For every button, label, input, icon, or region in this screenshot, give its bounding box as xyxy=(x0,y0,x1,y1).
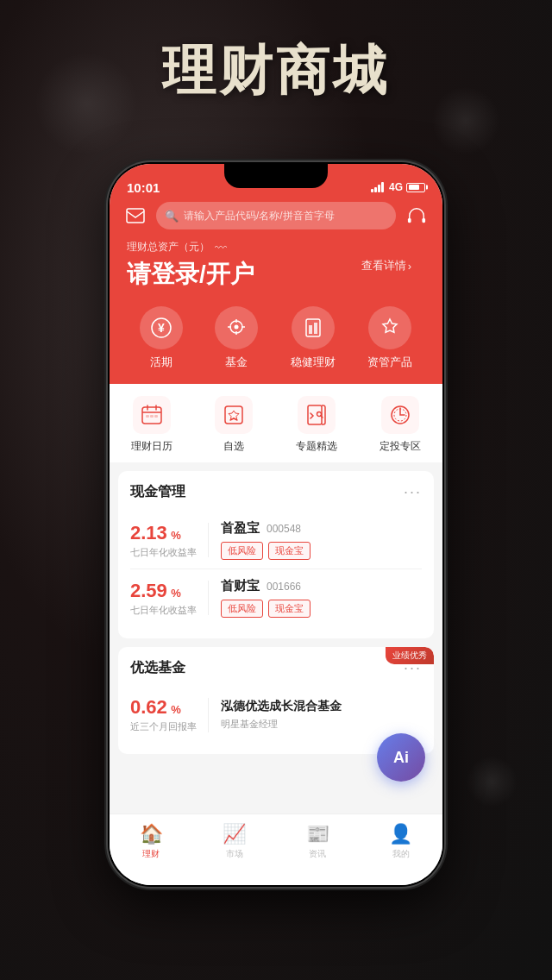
search-placeholder: 请输入产品代码/名称/拼音首字母 xyxy=(184,209,335,223)
view-detail-link[interactable]: 查看详情 › xyxy=(361,258,411,273)
notch xyxy=(224,164,328,188)
ai-fab-button[interactable]: Ai xyxy=(377,733,425,782)
quick-action-huoqi[interactable]: ¥ 活期 xyxy=(140,306,183,370)
divider-0 xyxy=(208,523,209,557)
best-fund-subdesc-0: 明星基金经理 xyxy=(221,718,422,731)
quick-actions: ¥ 活期 xyxy=(123,306,429,370)
bg-deco-2 xyxy=(431,86,500,155)
wenjian-label: 稳健理财 xyxy=(291,355,336,370)
tag-cash-0: 现金宝 xyxy=(268,542,310,560)
best-fund-item-0[interactable]: 0.62 % 近三个月回报率 泓德优选成长混合基金 明星基金经理 xyxy=(130,688,422,742)
news-nav-label: 资讯 xyxy=(309,848,326,860)
search-icon: 🔍 xyxy=(165,210,179,223)
svg-rect-21 xyxy=(225,406,242,424)
asset-row: 请登录/开户 查看详情 › xyxy=(127,258,425,292)
best-fund-title: 优选基金 xyxy=(130,659,185,677)
battery-icon xyxy=(406,183,425,192)
asset-section: 理财总资产（元） 〰 请登录/开户 查看详情 › xyxy=(123,240,429,292)
rate-1: 2.59 % 七日年化收益率 xyxy=(130,580,208,617)
performance-badge: 业绩优秀 xyxy=(386,647,434,664)
scrollable-content: 理财日历 自选 xyxy=(110,384,442,885)
calendar-icon xyxy=(133,396,171,434)
network-type: 4G xyxy=(389,181,403,193)
svg-point-6 xyxy=(235,325,239,330)
svg-rect-1 xyxy=(408,218,411,223)
divider-1 xyxy=(208,581,209,615)
profile-nav-label: 我的 xyxy=(392,848,410,860)
search-bar[interactable]: 🔍 请输入产品代码/名称/拼音首字母 xyxy=(156,202,396,229)
cash-item-0[interactable]: 2.13 % 七日年化收益率 首盈宝 000548 xyxy=(130,512,422,569)
cash-card-more[interactable]: ··· xyxy=(404,483,422,501)
status-bar: 10:01 4G xyxy=(110,164,442,202)
svg-rect-18 xyxy=(146,415,149,418)
svg-rect-19 xyxy=(150,415,154,418)
huoqi-icon: ¥ xyxy=(140,306,183,349)
phone-screen: 10:01 4G xyxy=(110,164,442,885)
ziguan-icon xyxy=(368,306,411,349)
headset-icon[interactable] xyxy=(405,204,429,228)
cash-management-card: 现金管理 ··· 2.13 % 七日年化收益率 xyxy=(118,471,434,638)
rate-value-1: 2.59 xyxy=(130,580,167,601)
fund-name-row-1: 首财宝 001666 xyxy=(221,578,422,594)
bottom-nav-profile[interactable]: 👤 我的 xyxy=(389,823,412,860)
favorites-label: 自选 xyxy=(223,439,244,454)
app-title: 理财商城 xyxy=(162,35,390,107)
hide-icon[interactable]: 〰 xyxy=(215,241,227,254)
profile-nav-icon: 👤 xyxy=(389,823,412,845)
bottom-nav-market[interactable]: 📈 市场 xyxy=(223,823,246,860)
svg-rect-0 xyxy=(127,209,144,223)
fund-info-0: 首盈宝 000548 低风险 现金宝 xyxy=(221,520,422,560)
asset-label: 理财总资产（元） 〰 xyxy=(127,240,425,254)
fund-info-1: 首财宝 001666 低风险 现金宝 xyxy=(221,578,422,618)
quick-action-ziguan[interactable]: 资管产品 xyxy=(367,306,412,370)
favorites-icon xyxy=(215,396,253,434)
bottom-nav-news[interactable]: 📰 资讯 xyxy=(306,823,329,860)
nav-item-topics[interactable]: 专题精选 xyxy=(296,396,337,454)
tag-low-risk-1: 低风险 xyxy=(221,600,263,618)
fund-tags-1: 低风险 现金宝 xyxy=(221,600,422,618)
screen-content: 10:01 4G xyxy=(110,164,442,885)
secondary-nav: 理财日历 自选 xyxy=(110,384,442,462)
huoqi-label: 活期 xyxy=(150,355,172,370)
best-fund-header: 优选基金 ··· xyxy=(130,659,422,677)
svg-rect-11 xyxy=(306,319,320,336)
quick-action-jijin[interactable]: 基金 xyxy=(215,306,258,370)
tag-low-risk-0: 低风险 xyxy=(221,542,263,560)
rate-unit-0: % xyxy=(171,529,181,542)
bottom-nav: 🏠 理财 📈 市场 📰 资讯 👤 我的 xyxy=(110,814,442,885)
rate-desc-0: 七日年化收益率 xyxy=(130,546,208,559)
jijin-label: 基金 xyxy=(225,355,248,370)
asset-title: 请登录/开户 xyxy=(127,258,254,291)
phone-frame: 10:01 4G xyxy=(108,162,444,887)
bg-deco-1 xyxy=(34,52,138,155)
signal-icon xyxy=(371,182,384,192)
nav-item-calendar[interactable]: 理财日历 xyxy=(131,396,172,454)
header-section: 🔍 请输入产品代码/名称/拼音首字母 理财总资产（元） xyxy=(110,202,442,384)
best-fund-info-0: 泓德优选成长混合基金 明星基金经理 xyxy=(221,699,422,731)
fund-tags-0: 低风险 现金宝 xyxy=(221,542,422,560)
ziguan-label: 资管产品 xyxy=(367,355,412,370)
cash-item-1[interactable]: 2.59 % 七日年化收益率 首财宝 001666 xyxy=(130,569,422,626)
topics-icon xyxy=(298,396,336,434)
fund-name-1: 首财宝 xyxy=(221,578,260,594)
cash-card-title: 现金管理 xyxy=(130,483,185,501)
nav-item-autoinvest[interactable]: 定投专区 xyxy=(380,396,421,454)
calendar-label: 理财日历 xyxy=(131,439,172,454)
market-nav-label: 市场 xyxy=(226,848,243,860)
market-nav-icon: 📈 xyxy=(223,823,246,845)
tag-cash-1: 现金宝 xyxy=(268,600,310,618)
bg-deco-3 xyxy=(466,756,518,807)
rate-desc-1: 七日年化收益率 xyxy=(130,604,208,617)
mail-icon[interactable] xyxy=(123,204,147,228)
bottom-nav-licai[interactable]: 🏠 理财 xyxy=(140,823,163,860)
rate-0: 2.13 % 七日年化收益率 xyxy=(130,522,208,559)
licai-nav-label: 理财 xyxy=(142,848,160,860)
svg-rect-12 xyxy=(309,325,312,334)
svg-text:¥: ¥ xyxy=(158,321,165,335)
news-nav-icon: 📰 xyxy=(306,823,329,845)
wenjian-icon xyxy=(292,306,335,349)
fund-code-0: 000548 xyxy=(267,523,301,535)
nav-item-favorites[interactable]: 自选 xyxy=(215,396,253,454)
topics-label: 专题精选 xyxy=(296,439,337,454)
quick-action-wenjian[interactable]: 稳健理财 xyxy=(291,306,336,370)
